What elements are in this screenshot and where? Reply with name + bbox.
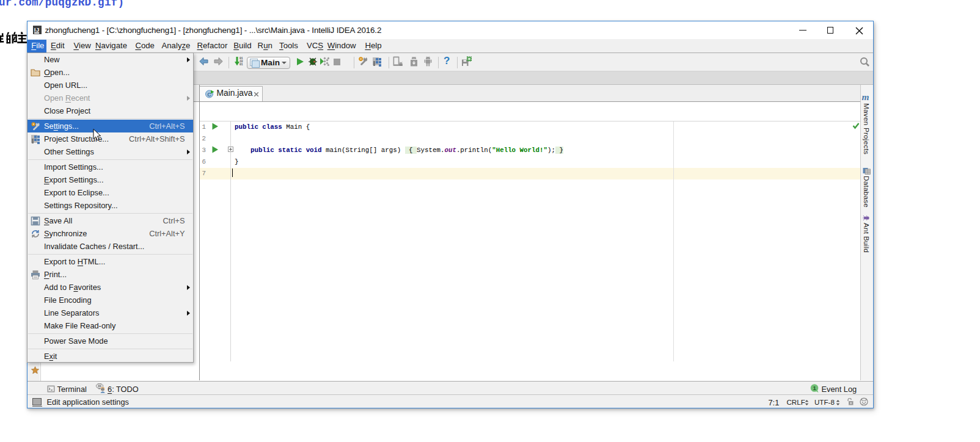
svg-text:1: 1 <box>813 385 816 391</box>
svg-text:01: 01 <box>240 63 243 66</box>
